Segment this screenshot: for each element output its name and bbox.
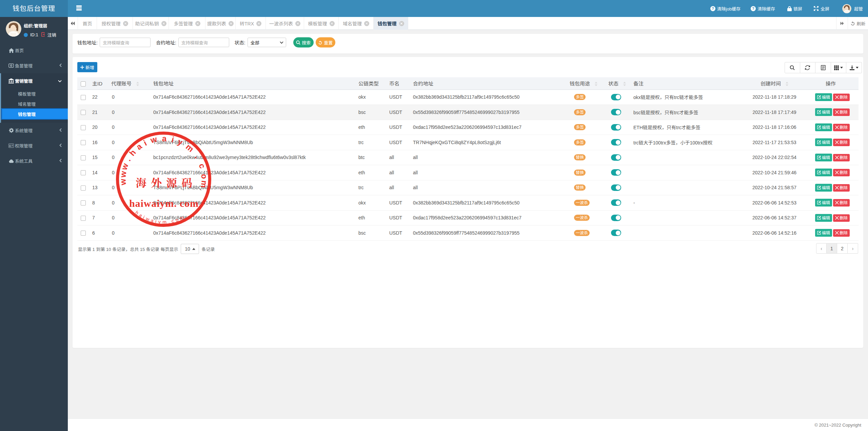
svg-text:a: a bbox=[162, 134, 167, 143]
svg-text:a: a bbox=[135, 141, 144, 152]
svg-text:w: w bbox=[118, 178, 127, 186]
svg-text:w: w bbox=[149, 134, 158, 145]
svg-text:i: i bbox=[171, 135, 175, 144]
svg-text:w: w bbox=[118, 171, 128, 178]
svg-text:y: y bbox=[176, 137, 184, 147]
svg-text:c: c bbox=[197, 162, 207, 170]
svg-text:?: ? bbox=[752, 6, 754, 11]
svg-text:?: ? bbox=[712, 6, 714, 11]
svg-text:i: i bbox=[142, 138, 148, 148]
svg-text:o: o bbox=[200, 174, 209, 179]
svg-text:.: . bbox=[193, 153, 202, 160]
svg-text:haiwaiym. com: haiwaiym. com bbox=[129, 198, 198, 209]
svg-text:.: . bbox=[123, 156, 133, 163]
svg-text:海外源码: 海外源码 bbox=[136, 174, 197, 190]
svg-text:m: m bbox=[199, 180, 209, 188]
svg-text:w: w bbox=[119, 162, 130, 171]
